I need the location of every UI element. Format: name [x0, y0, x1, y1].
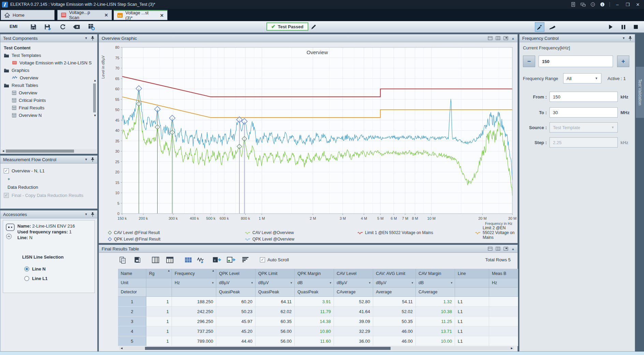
- accessories-header[interactable]: Accessories ▼: [0, 211, 97, 218]
- column-header[interactable]: Frequency▲: [172, 269, 216, 278]
- radio-button[interactable]: [24, 276, 29, 281]
- flow-control-header[interactable]: Measurement Flow Control ▼: [0, 156, 97, 164]
- chevron-down-icon[interactable]: ▼: [85, 158, 88, 161]
- table-style-button[interactable]: [184, 255, 193, 265]
- pin-icon[interactable]: [91, 36, 94, 41]
- table-row[interactable]: 51789.00044.4056.0011.6036.0046.0010.00L…: [118, 336, 518, 346]
- unit-cell[interactable]: dB▼: [416, 278, 455, 288]
- scroll-left-icon[interactable]: ◄: [2, 149, 5, 153]
- hscroll-thumb[interactable]: [145, 347, 391, 350]
- maximize-button[interactable]: ❒: [625, 2, 630, 7]
- help-icon[interactable]: ?: [590, 2, 595, 7]
- column-header[interactable]: QPK Margin: [295, 269, 334, 278]
- layout-float-icon[interactable]: [503, 36, 508, 40]
- chart-tool-button[interactable]: [535, 22, 544, 32]
- info-icon[interactable]: i: [600, 2, 605, 7]
- frequency-minus-button[interactable]: −: [523, 56, 535, 67]
- tab-voltage-scan[interactable]: Voltage...p Scan ✕: [57, 10, 112, 20]
- collapse-circle-icon[interactable]: [6, 233, 12, 240]
- pause-button[interactable]: [619, 22, 628, 32]
- legend-item[interactable]: Limit 2 @EN 55022 Voltage on Mains: [475, 230, 517, 235]
- overview-chart[interactable]: 05101520253035404550556065707580150 k200…: [100, 43, 517, 229]
- trace-settings-button[interactable]: [196, 255, 205, 265]
- scroll-left-icon[interactable]: ◄: [120, 346, 123, 350]
- tab-voltage-test[interactable]: Voltage ...st (3)* ✕: [114, 10, 167, 20]
- hscroll-thumb[interactable]: [6, 150, 74, 153]
- tree-item[interactable]: Graphics: [2, 66, 92, 74]
- frequency-plus-button[interactable]: +: [617, 56, 629, 67]
- scroll-down-icon[interactable]: ▼: [93, 114, 97, 118]
- column-header[interactable]: Meas B: [489, 269, 518, 278]
- tree-item[interactable]: Final Results: [2, 104, 92, 111]
- unit-cell[interactable]: dB▼: [295, 278, 334, 288]
- auto-scroll-checkbox[interactable]: ✓: [260, 257, 265, 262]
- flow-item[interactable]: +: [4, 175, 94, 183]
- unit-cell[interactable]: dBµV▼: [334, 278, 373, 288]
- tree-item[interactable]: Test Templates: [2, 51, 92, 59]
- tree-item[interactable]: Overview: [2, 89, 92, 96]
- column-header[interactable]: Rg▲: [146, 269, 172, 278]
- unit-cell[interactable]: dBµV▼: [373, 278, 416, 288]
- flow-item[interactable]: ✓Overview - N, L1: [4, 167, 94, 175]
- flow-item[interactable]: Data Reduction: [4, 183, 94, 191]
- legend-item[interactable]: QPK Level @Overview: [245, 236, 294, 242]
- layout-float-icon[interactable]: [503, 247, 508, 251]
- table-row[interactable]: 11188.25060.2064.113.9152.8054.111.32L1: [118, 297, 518, 307]
- pin-icon[interactable]: [91, 212, 94, 217]
- flow-checkbox[interactable]: ✓: [4, 168, 9, 173]
- devices-icon[interactable]: [581, 2, 586, 7]
- close-button[interactable]: ✕: [635, 2, 641, 7]
- current-frequency-input[interactable]: 150: [539, 56, 613, 67]
- stop-button[interactable]: [631, 22, 641, 32]
- chevron-down-icon[interactable]: ▼: [622, 36, 625, 40]
- to-input[interactable]: 30: [550, 107, 618, 118]
- pin-icon[interactable]: [91, 157, 94, 162]
- tab-close-icon[interactable]: ✕: [160, 13, 164, 18]
- legend-item[interactable]: CAV Level @Final Result: [108, 230, 160, 235]
- sort-asc-icon[interactable]: ▲: [212, 269, 215, 272]
- test-components-header[interactable]: Test Components ▼: [0, 34, 97, 42]
- column-header[interactable]: QPK Level: [216, 269, 255, 278]
- tree-item[interactable]: Test Content: [2, 44, 92, 51]
- frequency-control-header[interactable]: Frequency Control ▼: [519, 34, 635, 42]
- sort-asc-icon[interactable]: ▲: [167, 269, 170, 272]
- overview-graphic-header[interactable]: Overview Graphic ▲: [99, 34, 517, 42]
- save-as-button[interactable]: [43, 22, 53, 32]
- tree-item[interactable]: Overview N: [2, 111, 92, 119]
- select-columns-button[interactable]: [151, 255, 160, 265]
- sort-button[interactable]: [241, 255, 250, 265]
- export-csv-button[interactable]: [226, 255, 236, 265]
- flow-item[interactable]: ✓Final - Copy Data Reduction Results: [4, 191, 94, 199]
- column-header[interactable]: CAV Margin: [416, 269, 455, 278]
- report-icon[interactable]: [571, 2, 576, 7]
- table-header-button[interactable]: [165, 255, 175, 265]
- layout-rows-icon[interactable]: [488, 247, 493, 251]
- tab-home[interactable]: Home: [1, 10, 55, 20]
- final-results-header[interactable]: Final Results Table ▲: [99, 245, 517, 253]
- unit-cell[interactable]: dBµV▼: [216, 278, 255, 288]
- collapse-panel-icon[interactable]: ▲: [511, 247, 515, 251]
- play-button[interactable]: [606, 22, 615, 32]
- tree-item[interactable]: Overview: [2, 74, 92, 81]
- auto-scroll-toggle[interactable]: ✓ Auto Scroll: [260, 257, 289, 262]
- chevron-down-icon[interactable]: ▼: [85, 36, 88, 40]
- vscroll-thumb[interactable]: [93, 83, 96, 112]
- legend-item[interactable]: QPK Level @Final Result: [108, 236, 160, 242]
- copy-table-button[interactable]: [118, 255, 128, 265]
- unit-cell[interactable]: Hz▼: [172, 278, 216, 288]
- column-header[interactable]: QPK Limit: [255, 269, 295, 278]
- layout-rows-icon[interactable]: [488, 36, 493, 40]
- column-header[interactable]: CAV: AVG Limit: [373, 269, 416, 278]
- tree-item[interactable]: Result Tables: [2, 81, 92, 89]
- save-button[interactable]: [29, 22, 38, 32]
- lisn-line-option[interactable]: Line L1: [24, 274, 48, 283]
- pin-icon[interactable]: [628, 36, 632, 41]
- column-header[interactable]: Line: [455, 269, 489, 278]
- tab-close-icon[interactable]: ✕: [104, 13, 108, 18]
- clear-button[interactable]: [72, 22, 81, 32]
- minimize-button[interactable]: –: [615, 2, 620, 7]
- lisn-line-option[interactable]: Line N: [24, 264, 48, 274]
- layout-columns-icon[interactable]: [496, 247, 500, 251]
- collapse-panel-icon[interactable]: ▲: [511, 36, 515, 40]
- table-row[interactable]: 41737.25045.2056.0010.8032.2946.0013.71L…: [118, 326, 518, 336]
